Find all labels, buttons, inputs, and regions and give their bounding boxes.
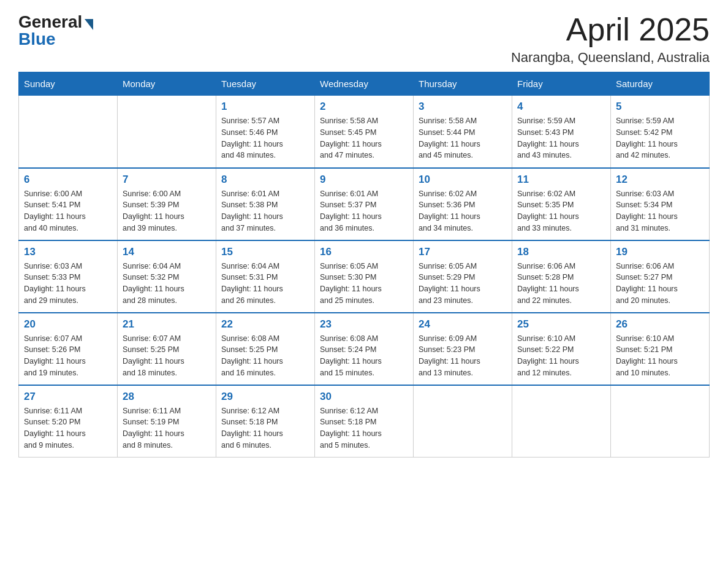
day-number: 26 — [616, 318, 704, 331]
day-info: Sunrise: 5:59 AM Sunset: 5:43 PM Dayligh… — [517, 115, 605, 161]
column-header-monday: Monday — [118, 72, 216, 96]
day-info: Sunrise: 6:03 AM Sunset: 5:34 PM Dayligh… — [616, 188, 704, 234]
day-info: Sunrise: 6:01 AM Sunset: 5:37 PM Dayligh… — [320, 188, 408, 234]
calendar-cell: 19Sunrise: 6:06 AM Sunset: 5:27 PM Dayli… — [611, 240, 710, 313]
calendar-cell — [414, 385, 512, 458]
day-info: Sunrise: 5:57 AM Sunset: 5:46 PM Dayligh… — [221, 115, 309, 161]
day-number: 8 — [221, 174, 309, 186]
calendar-cell: 24Sunrise: 6:09 AM Sunset: 5:23 PM Dayli… — [414, 313, 512, 385]
calendar-cell: 2Sunrise: 5:58 AM Sunset: 5:45 PM Daylig… — [315, 96, 414, 168]
calendar-week-row: 6Sunrise: 6:00 AM Sunset: 5:41 PM Daylig… — [19, 168, 710, 240]
day-info: Sunrise: 6:10 AM Sunset: 5:21 PM Dayligh… — [616, 333, 704, 379]
logo-arrow-icon — [85, 19, 93, 30]
day-info: Sunrise: 6:11 AM Sunset: 5:19 PM Dayligh… — [123, 405, 211, 451]
logo: General Blue — [18, 12, 93, 49]
calendar-cell: 7Sunrise: 6:00 AM Sunset: 5:39 PM Daylig… — [118, 168, 216, 240]
calendar-cell: 9Sunrise: 6:01 AM Sunset: 5:37 PM Daylig… — [315, 168, 414, 240]
day-number: 22 — [221, 318, 309, 331]
day-info: Sunrise: 6:09 AM Sunset: 5:23 PM Dayligh… — [419, 333, 507, 379]
day-info: Sunrise: 5:58 AM Sunset: 5:44 PM Dayligh… — [419, 115, 507, 161]
page-header: General Blue April 2025 Narangba, Queens… — [18, 12, 710, 66]
day-info: Sunrise: 6:08 AM Sunset: 5:24 PM Dayligh… — [320, 333, 408, 379]
day-number: 21 — [123, 318, 211, 331]
day-number: 16 — [320, 246, 408, 258]
day-info: Sunrise: 6:12 AM Sunset: 5:18 PM Dayligh… — [320, 405, 408, 451]
calendar-table: SundayMondayTuesdayWednesdayThursdayFrid… — [18, 72, 710, 458]
day-number: 5 — [616, 101, 704, 113]
calendar-cell: 30Sunrise: 6:12 AM Sunset: 5:18 PM Dayli… — [315, 385, 414, 458]
day-number: 13 — [24, 246, 112, 258]
day-number: 25 — [517, 318, 605, 331]
calendar-cell: 14Sunrise: 6:04 AM Sunset: 5:32 PM Dayli… — [118, 240, 216, 313]
day-number: 24 — [419, 318, 507, 331]
logo-blue-text: Blue — [18, 29, 56, 49]
day-info: Sunrise: 6:03 AM Sunset: 5:33 PM Dayligh… — [24, 261, 112, 307]
calendar-cell: 25Sunrise: 6:10 AM Sunset: 5:22 PM Dayli… — [512, 313, 611, 385]
calendar-header-row: SundayMondayTuesdayWednesdayThursdayFrid… — [19, 72, 710, 96]
day-number: 6 — [24, 174, 112, 186]
location-title: Narangba, Queensland, Australia — [511, 50, 710, 66]
calendar-cell: 26Sunrise: 6:10 AM Sunset: 5:21 PM Dayli… — [611, 313, 710, 385]
calendar-cell: 28Sunrise: 6:11 AM Sunset: 5:19 PM Dayli… — [118, 385, 216, 458]
day-number: 15 — [221, 246, 309, 258]
day-info: Sunrise: 5:58 AM Sunset: 5:45 PM Dayligh… — [320, 115, 408, 161]
day-info: Sunrise: 6:11 AM Sunset: 5:20 PM Dayligh… — [24, 405, 112, 451]
calendar-week-row: 27Sunrise: 6:11 AM Sunset: 5:20 PM Dayli… — [19, 385, 710, 458]
calendar-cell — [118, 96, 216, 168]
calendar-cell — [512, 385, 611, 458]
column-header-wednesday: Wednesday — [315, 72, 414, 96]
day-info: Sunrise: 6:02 AM Sunset: 5:35 PM Dayligh… — [517, 188, 605, 234]
day-number: 4 — [517, 101, 605, 113]
day-info: Sunrise: 6:04 AM Sunset: 5:32 PM Dayligh… — [123, 261, 211, 307]
day-number: 27 — [24, 391, 112, 403]
day-number: 9 — [320, 174, 408, 186]
column-header-thursday: Thursday — [414, 72, 512, 96]
column-header-sunday: Sunday — [19, 72, 118, 96]
calendar-cell: 23Sunrise: 6:08 AM Sunset: 5:24 PM Dayli… — [315, 313, 414, 385]
day-info: Sunrise: 5:59 AM Sunset: 5:42 PM Dayligh… — [616, 115, 704, 161]
title-block: April 2025 Narangba, Queensland, Austral… — [511, 12, 710, 66]
day-number: 10 — [419, 174, 507, 186]
column-header-tuesday: Tuesday — [216, 72, 315, 96]
month-title: April 2025 — [511, 12, 710, 47]
day-number: 11 — [517, 174, 605, 186]
calendar-week-row: 20Sunrise: 6:07 AM Sunset: 5:26 PM Dayli… — [19, 313, 710, 385]
calendar-cell: 20Sunrise: 6:07 AM Sunset: 5:26 PM Dayli… — [19, 313, 118, 385]
day-info: Sunrise: 6:01 AM Sunset: 5:38 PM Dayligh… — [221, 188, 309, 234]
column-header-saturday: Saturday — [611, 72, 710, 96]
day-number: 7 — [123, 174, 211, 186]
calendar-cell — [19, 96, 118, 168]
day-info: Sunrise: 6:00 AM Sunset: 5:41 PM Dayligh… — [24, 188, 112, 234]
day-number: 3 — [419, 101, 507, 113]
day-info: Sunrise: 6:05 AM Sunset: 5:29 PM Dayligh… — [419, 261, 507, 307]
calendar-cell: 29Sunrise: 6:12 AM Sunset: 5:18 PM Dayli… — [216, 385, 315, 458]
calendar-cell: 16Sunrise: 6:05 AM Sunset: 5:30 PM Dayli… — [315, 240, 414, 313]
day-number: 28 — [123, 391, 211, 403]
calendar-cell: 13Sunrise: 6:03 AM Sunset: 5:33 PM Dayli… — [19, 240, 118, 313]
day-number: 19 — [616, 246, 704, 258]
calendar-week-row: 13Sunrise: 6:03 AM Sunset: 5:33 PM Dayli… — [19, 240, 710, 313]
calendar-cell: 3Sunrise: 5:58 AM Sunset: 5:44 PM Daylig… — [414, 96, 512, 168]
day-info: Sunrise: 6:06 AM Sunset: 5:28 PM Dayligh… — [517, 261, 605, 307]
day-info: Sunrise: 6:06 AM Sunset: 5:27 PM Dayligh… — [616, 261, 704, 307]
day-number: 20 — [24, 318, 112, 331]
calendar-cell: 21Sunrise: 6:07 AM Sunset: 5:25 PM Dayli… — [118, 313, 216, 385]
day-info: Sunrise: 6:12 AM Sunset: 5:18 PM Dayligh… — [221, 405, 309, 451]
day-info: Sunrise: 6:10 AM Sunset: 5:22 PM Dayligh… — [517, 333, 605, 379]
calendar-cell: 8Sunrise: 6:01 AM Sunset: 5:38 PM Daylig… — [216, 168, 315, 240]
calendar-cell: 27Sunrise: 6:11 AM Sunset: 5:20 PM Dayli… — [19, 385, 118, 458]
calendar-cell: 5Sunrise: 5:59 AM Sunset: 5:42 PM Daylig… — [611, 96, 710, 168]
calendar-cell: 18Sunrise: 6:06 AM Sunset: 5:28 PM Dayli… — [512, 240, 611, 313]
day-number: 14 — [123, 246, 211, 258]
day-info: Sunrise: 6:07 AM Sunset: 5:26 PM Dayligh… — [24, 333, 112, 379]
day-number: 12 — [616, 174, 704, 186]
day-number: 1 — [221, 101, 309, 113]
calendar-week-row: 1Sunrise: 5:57 AM Sunset: 5:46 PM Daylig… — [19, 96, 710, 168]
day-number: 30 — [320, 391, 408, 403]
calendar-cell: 15Sunrise: 6:04 AM Sunset: 5:31 PM Dayli… — [216, 240, 315, 313]
day-number: 17 — [419, 246, 507, 258]
day-info: Sunrise: 6:08 AM Sunset: 5:25 PM Dayligh… — [221, 333, 309, 379]
column-header-friday: Friday — [512, 72, 611, 96]
day-number: 18 — [517, 246, 605, 258]
day-number: 2 — [320, 101, 408, 113]
